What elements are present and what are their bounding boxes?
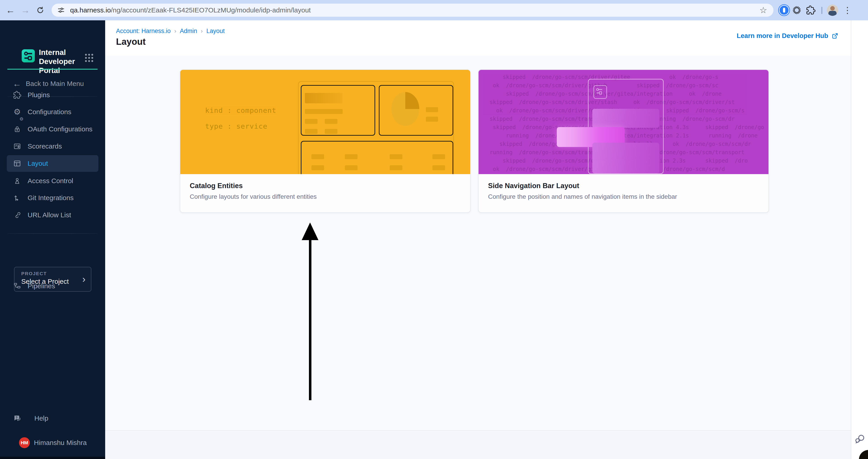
sidebar-item-help[interactable]: ? Help: [7, 410, 98, 427]
yaml-annotation: kind : component type : service: [205, 102, 276, 134]
help-chat-icon: ?: [13, 410, 22, 427]
onepassword-extension-icon[interactable]: [779, 5, 789, 15]
idp-logo: [22, 49, 35, 62]
learn-more-link[interactable]: Learn more in Developer Hub: [737, 32, 839, 39]
breadcrumb-admin[interactable]: Admin: [180, 28, 197, 35]
user-avatar: HM: [19, 437, 30, 448]
browser-profile-avatar[interactable]: [827, 4, 838, 16]
mock-pie-chart: [391, 92, 419, 126]
catalog-entities-card[interactable]: kind : component type : service: [180, 69, 471, 213]
sidebar-divider: [7, 233, 98, 234]
mock-panel-table: [301, 141, 453, 174]
sidebar-item-plugins[interactable]: Plugins: [7, 87, 98, 103]
sidebar-item-url-allow-list[interactable]: URL Allow List: [7, 207, 98, 223]
window-edge: [0, 457, 105, 459]
sidebar-item-pipelines[interactable]: Pipelines: [7, 278, 98, 294]
svg-text:?: ?: [16, 416, 18, 420]
breadcrumb-separator: ›: [201, 28, 203, 35]
card-title: Catalog Entities: [190, 182, 461, 190]
mock-logo-outline: [593, 85, 607, 99]
link-icon: [13, 207, 22, 223]
product-title: Internal Developer Portal: [39, 48, 84, 75]
git-branch-icon: [13, 190, 22, 206]
breadcrumb-layout[interactable]: Layout: [207, 28, 225, 35]
sidebar-item-git-integrations[interactable]: Git Integrations: [7, 190, 98, 206]
app-switcher-grid-icon[interactable]: [85, 54, 93, 62]
footer-strip: [105, 431, 851, 459]
card-title: Side Navigation Bar Layout: [488, 182, 759, 190]
scorecard-icon: [13, 138, 22, 155]
screen: ← → qa.harness.io/ng/account/zEaak-FLS42…: [0, 0, 868, 459]
user-profile-item[interactable]: HM Himanshu Mishra: [7, 434, 98, 451]
toolbar-divider: [822, 7, 822, 14]
card-description: Configure the position and names of navi…: [488, 193, 759, 200]
page-title: Layout: [116, 37, 146, 47]
chat-support-launcher-icon[interactable]: [854, 433, 866, 445]
annotation-up-arrow: [300, 221, 320, 402]
browser-back-button[interactable]: ←: [4, 0, 17, 20]
sidebar-accent-divider: [7, 69, 98, 70]
pipelines-icon: [13, 278, 22, 294]
gears-icon: ⚙ ⚙: [13, 104, 22, 120]
page-header: Account: Harness.io › Admin › Layout Lay…: [105, 20, 868, 56]
puzzle-icon: [13, 87, 22, 103]
person-icon: [13, 172, 22, 189]
sidebar: Internal Developer Portal ← Back to Main…: [0, 20, 105, 459]
browser-menu-icon[interactable]: ⋮: [842, 0, 853, 20]
card-description: Configure layouts for various different …: [190, 193, 461, 200]
breadcrumb: Account: Harness.io › Admin › Layout: [116, 28, 225, 35]
catalog-entities-illustration: kind : component type : service: [180, 70, 470, 174]
browser-reload-button[interactable]: [34, 0, 46, 20]
bookmark-star-icon[interactable]: ☆: [760, 5, 767, 15]
sidebar-item-access-control[interactable]: Access Control: [7, 172, 98, 189]
side-nav-layout-card[interactable]: skipped /drone/go-scm/scm/driver/gitee o…: [478, 69, 769, 213]
sidebar-item-oauth-configurations[interactable]: OAuth Configurations: [7, 121, 98, 137]
scrollbar-gutter[interactable]: [851, 20, 868, 459]
extension-spinner-icon[interactable]: [792, 5, 802, 15]
card-text: Side Navigation Bar Layout Configure the…: [478, 174, 769, 200]
card-text: Catalog Entities Configure layouts for v…: [180, 174, 470, 200]
side-nav-illustration: skipped /drone/go-scm/scm/driver/gitee o…: [478, 70, 769, 174]
mock-panel-chart: [379, 85, 453, 136]
sidebar-item-configurations[interactable]: ⚙ ⚙ Configurations: [7, 104, 98, 120]
browser-toolbar: ← → qa.harness.io/ng/account/zEaak-FLS42…: [0, 0, 868, 21]
mock-nav-item: [592, 109, 659, 128]
mock-panel-about: [301, 85, 375, 136]
site-settings-icon[interactable]: [57, 6, 65, 14]
idp-logo-glyph: [22, 49, 35, 62]
reload-icon: [36, 6, 44, 14]
url-host: qa.harness.io: [70, 6, 111, 14]
url-text: qa.harness.io/ng/account/zEaak-FLS425IEO…: [70, 6, 311, 14]
url-bar[interactable]: qa.harness.io/ng/account/zEaak-FLS425IEO…: [52, 4, 773, 17]
browser-forward-button[interactable]: →: [19, 0, 32, 20]
breadcrumb-separator: ›: [174, 28, 177, 35]
lock-icon: [13, 121, 22, 137]
breadcrumb-account[interactable]: Account: Harness.io: [116, 28, 171, 35]
url-path: /ng/account/zEaak-FLS425IEO7OLzMUg/modul…: [111, 6, 311, 14]
sidebar-item-scorecards[interactable]: Scorecards: [7, 138, 98, 155]
mock-nav-item: [592, 160, 659, 173]
extensions-puzzle-icon[interactable]: [806, 5, 815, 15]
layout-icon: [13, 155, 22, 172]
external-link-icon: [831, 32, 839, 39]
sidebar-item-layout[interactable]: Layout: [7, 155, 98, 172]
